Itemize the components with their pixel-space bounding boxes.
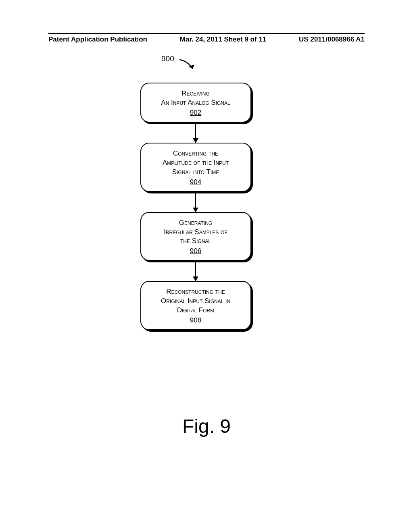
step-ref: 904	[148, 178, 243, 187]
step-ref: 902	[148, 108, 243, 118]
flow-step-902: Receiving An Input Analog Signal 902	[140, 83, 251, 123]
step-ref: 906	[148, 247, 243, 256]
header-left: Patent Application Publication	[48, 35, 147, 44]
step-text: Reconstructing the	[166, 288, 225, 295]
figure-reference-label: 900	[161, 54, 174, 63]
step-text: Irregular Samples of	[164, 228, 227, 236]
header-right: US 2011/0068966 A1	[299, 35, 365, 44]
figure-caption: Fig. 9	[0, 415, 413, 437]
header-rule	[48, 33, 365, 34]
step-text: An Input Analog Signal	[161, 99, 230, 106]
step-text: Amplitude of the Input	[163, 159, 229, 166]
flow-step-904: Converting the Amplitude of the Input Si…	[140, 143, 251, 192]
flowchart: Receiving An Input Analog Signal 902 Con…	[137, 83, 254, 330]
step-text: Receiving	[181, 89, 210, 97]
step-text: Converting the	[173, 150, 218, 157]
arrow-down-icon	[195, 261, 196, 281]
step-text: Generating	[179, 219, 212, 227]
flow-step-906: Generating Irregular Samples of the Sign…	[140, 212, 251, 261]
header-text-row: Patent Application Publication Mar. 24, …	[48, 35, 365, 44]
step-text: the Signal	[180, 237, 211, 245]
step-text: Signal into Time	[172, 168, 219, 176]
step-text: Digital Form	[177, 306, 215, 314]
header-center: Mar. 24, 2011 Sheet 9 of 11	[180, 35, 267, 44]
reference-arrow-icon	[177, 58, 202, 82]
step-text: Original Input Signal in	[161, 297, 230, 305]
arrow-down-icon	[195, 123, 196, 143]
step-ref: 908	[148, 316, 243, 325]
arrow-down-icon	[195, 192, 196, 212]
flow-step-908: Reconstructing the Original Input Signal…	[140, 281, 251, 330]
